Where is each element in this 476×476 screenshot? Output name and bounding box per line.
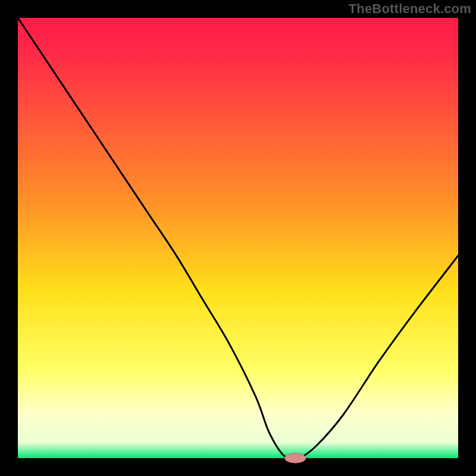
chart-frame: TheBottleneck.com (0, 0, 476, 476)
watermark-text: TheBottleneck.com (349, 1, 471, 17)
plot-area (18, 18, 458, 458)
bottleneck-chart (0, 0, 476, 476)
optimal-point-marker (284, 453, 306, 463)
